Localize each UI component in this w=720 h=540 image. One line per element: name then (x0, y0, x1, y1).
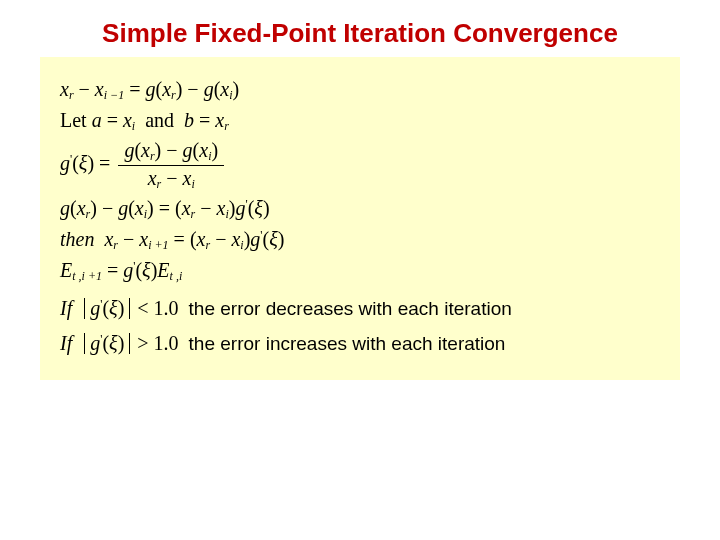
eq3: g'(ξ) = g(xr) − g(xi)xr − xi (60, 140, 660, 190)
cond2: If g'(ξ) > 1.0 the error increases with … (60, 333, 660, 354)
cond1: If g'(ξ) < 1.0 the error decreases with … (60, 298, 660, 319)
eq4: g(xr) − g(xi) = (xr − xi)g'(ξ) (60, 198, 660, 221)
eq2: Let a = xi and b = xr (60, 110, 660, 133)
derivation-block: xr − xi −1 = g(xr) − g(xi) Let a = xi an… (40, 57, 680, 380)
eq1: xr − xi −1 = g(xr) − g(xi) (60, 79, 660, 102)
cond2-text: the error increases with each iteration (189, 333, 506, 354)
eq6: Et ,i +1 = g'(ξ)Et ,i (60, 260, 660, 283)
cond1-text: the error decreases with each iteration (189, 298, 512, 319)
page-title: Simple Fixed-Point Iteration Convergence (0, 0, 720, 57)
eq5: then xr − xi +1 = (xr − xi)g'(ξ) (60, 229, 660, 252)
